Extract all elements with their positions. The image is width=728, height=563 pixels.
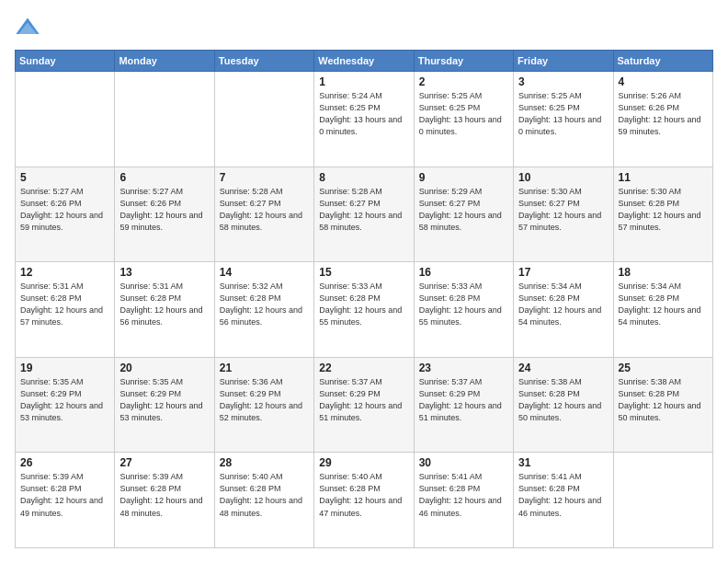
day-info: Sunrise: 5:33 AM Sunset: 6:28 PM Dayligh… (419, 281, 508, 328)
day-info: Sunrise: 5:31 AM Sunset: 6:28 PM Dayligh… (20, 281, 109, 328)
calendar-cell: 27Sunrise: 5:39 AM Sunset: 6:28 PM Dayli… (115, 453, 214, 548)
day-number: 10 (518, 171, 608, 184)
day-info: Sunrise: 5:41 AM Sunset: 6:28 PM Dayligh… (518, 471, 608, 519)
calendar-cell: 7Sunrise: 5:28 AM Sunset: 6:27 PM Daylig… (214, 167, 313, 262)
day-number: 22 (319, 362, 408, 374)
day-number: 8 (319, 171, 408, 184)
day-number: 3 (518, 75, 608, 88)
calendar-cell: 14Sunrise: 5:32 AM Sunset: 6:28 PM Dayli… (214, 262, 313, 358)
weekday-friday: Friday (514, 51, 613, 72)
day-info: Sunrise: 5:30 AM Sunset: 6:28 PM Dayligh… (619, 186, 708, 234)
day-info: Sunrise: 5:40 AM Sunset: 6:28 PM Dayligh… (220, 471, 309, 519)
calendar-cell: 11Sunrise: 5:30 AM Sunset: 6:28 PM Dayli… (613, 167, 712, 262)
day-number: 19 (20, 362, 109, 374)
day-info: Sunrise: 5:35 AM Sunset: 6:29 PM Dayligh… (119, 376, 209, 424)
weekday-monday: Monday (115, 51, 214, 72)
day-info: Sunrise: 5:33 AM Sunset: 6:28 PM Dayligh… (319, 281, 408, 328)
calendar-cell (613, 453, 712, 548)
calendar-header: SundayMondayTuesdayWednesdayThursdayFrid… (16, 51, 713, 72)
day-number: 16 (419, 266, 508, 279)
calendar-cell: 16Sunrise: 5:33 AM Sunset: 6:28 PM Dayli… (414, 262, 513, 358)
day-info: Sunrise: 5:30 AM Sunset: 6:27 PM Dayligh… (518, 186, 608, 234)
day-number: 2 (419, 75, 508, 88)
day-number: 7 (220, 171, 309, 184)
calendar-cell: 10Sunrise: 5:30 AM Sunset: 6:27 PM Dayli… (514, 167, 613, 262)
day-info: Sunrise: 5:37 AM Sunset: 6:29 PM Dayligh… (419, 376, 508, 424)
page: SundayMondayTuesdayWednesdayThursdayFrid… (0, 0, 728, 563)
day-number: 1 (319, 75, 408, 88)
day-info: Sunrise: 5:34 AM Sunset: 6:28 PM Dayligh… (518, 281, 608, 328)
day-info: Sunrise: 5:39 AM Sunset: 6:28 PM Dayligh… (119, 471, 209, 519)
weekday-thursday: Thursday (414, 51, 513, 72)
calendar-cell: 4Sunrise: 5:26 AM Sunset: 6:26 PM Daylig… (613, 72, 712, 167)
logo (15, 15, 44, 40)
calendar-cell: 8Sunrise: 5:28 AM Sunset: 6:27 PM Daylig… (314, 167, 414, 262)
day-info: Sunrise: 5:29 AM Sunset: 6:27 PM Dayligh… (419, 186, 508, 234)
day-number: 25 (619, 362, 708, 374)
day-number: 30 (419, 456, 508, 469)
calendar-cell: 21Sunrise: 5:36 AM Sunset: 6:29 PM Dayli… (214, 357, 313, 453)
day-number: 14 (220, 266, 309, 279)
calendar-cell: 30Sunrise: 5:41 AM Sunset: 6:28 PM Dayli… (414, 453, 513, 548)
calendar-cell: 19Sunrise: 5:35 AM Sunset: 6:29 PM Dayli… (16, 357, 115, 453)
calendar-cell: 6Sunrise: 5:27 AM Sunset: 6:26 PM Daylig… (115, 167, 214, 262)
day-number: 28 (220, 456, 309, 469)
day-info: Sunrise: 5:41 AM Sunset: 6:28 PM Dayligh… (419, 471, 508, 519)
calendar-table: SundayMondayTuesdayWednesdayThursdayFrid… (15, 50, 713, 548)
weekday-header-row: SundayMondayTuesdayWednesdayThursdayFrid… (16, 51, 713, 72)
calendar-cell: 20Sunrise: 5:35 AM Sunset: 6:29 PM Dayli… (115, 357, 214, 453)
calendar-week-2: 12Sunrise: 5:31 AM Sunset: 6:28 PM Dayli… (16, 262, 713, 358)
calendar-cell: 25Sunrise: 5:38 AM Sunset: 6:28 PM Dayli… (613, 357, 712, 453)
calendar-cell: 9Sunrise: 5:29 AM Sunset: 6:27 PM Daylig… (414, 167, 513, 262)
calendar-cell: 31Sunrise: 5:41 AM Sunset: 6:28 PM Dayli… (514, 453, 613, 548)
day-info: Sunrise: 5:38 AM Sunset: 6:28 PM Dayligh… (518, 376, 608, 424)
day-number: 26 (20, 456, 109, 469)
calendar-week-4: 26Sunrise: 5:39 AM Sunset: 6:28 PM Dayli… (16, 453, 713, 548)
calendar-cell: 13Sunrise: 5:31 AM Sunset: 6:28 PM Dayli… (115, 262, 214, 358)
day-info: Sunrise: 5:36 AM Sunset: 6:29 PM Dayligh… (220, 376, 309, 424)
calendar-cell: 5Sunrise: 5:27 AM Sunset: 6:26 PM Daylig… (16, 167, 115, 262)
day-number: 13 (119, 266, 209, 279)
calendar-cell: 3Sunrise: 5:25 AM Sunset: 6:25 PM Daylig… (514, 72, 613, 167)
calendar-cell: 24Sunrise: 5:38 AM Sunset: 6:28 PM Dayli… (514, 357, 613, 453)
calendar-cell: 1Sunrise: 5:24 AM Sunset: 6:25 PM Daylig… (314, 72, 414, 167)
calendar-cell: 18Sunrise: 5:34 AM Sunset: 6:28 PM Dayli… (613, 262, 712, 358)
calendar-cell: 17Sunrise: 5:34 AM Sunset: 6:28 PM Dayli… (514, 262, 613, 358)
calendar-cell: 15Sunrise: 5:33 AM Sunset: 6:28 PM Dayli… (314, 262, 414, 358)
day-number: 29 (319, 456, 408, 469)
calendar-cell: 29Sunrise: 5:40 AM Sunset: 6:28 PM Dayli… (314, 453, 414, 548)
logo-icon (15, 15, 40, 40)
calendar-cell (16, 72, 115, 167)
weekday-sunday: Sunday (16, 51, 115, 72)
day-info: Sunrise: 5:28 AM Sunset: 6:27 PM Dayligh… (319, 186, 408, 234)
weekday-tuesday: Tuesday (214, 51, 313, 72)
day-number: 17 (518, 266, 608, 279)
day-info: Sunrise: 5:37 AM Sunset: 6:29 PM Dayligh… (319, 376, 408, 424)
day-info: Sunrise: 5:35 AM Sunset: 6:29 PM Dayligh… (20, 376, 109, 424)
day-info: Sunrise: 5:32 AM Sunset: 6:28 PM Dayligh… (220, 281, 309, 328)
day-info: Sunrise: 5:31 AM Sunset: 6:28 PM Dayligh… (119, 281, 209, 328)
day-number: 20 (119, 362, 209, 374)
weekday-saturday: Saturday (613, 51, 712, 72)
day-info: Sunrise: 5:27 AM Sunset: 6:26 PM Dayligh… (20, 186, 109, 234)
calendar-cell (115, 72, 214, 167)
calendar-week-3: 19Sunrise: 5:35 AM Sunset: 6:29 PM Dayli… (16, 357, 713, 453)
calendar-week-0: 1Sunrise: 5:24 AM Sunset: 6:25 PM Daylig… (16, 72, 713, 167)
calendar-cell: 22Sunrise: 5:37 AM Sunset: 6:29 PM Dayli… (314, 357, 414, 453)
day-info: Sunrise: 5:38 AM Sunset: 6:28 PM Dayligh… (619, 376, 708, 424)
day-number: 6 (119, 171, 209, 184)
day-info: Sunrise: 5:25 AM Sunset: 6:25 PM Dayligh… (419, 90, 508, 138)
day-info: Sunrise: 5:34 AM Sunset: 6:28 PM Dayligh… (619, 281, 708, 328)
day-number: 31 (518, 456, 608, 469)
calendar-cell: 12Sunrise: 5:31 AM Sunset: 6:28 PM Dayli… (16, 262, 115, 358)
calendar-cell: 2Sunrise: 5:25 AM Sunset: 6:25 PM Daylig… (414, 72, 513, 167)
day-info: Sunrise: 5:26 AM Sunset: 6:26 PM Dayligh… (619, 90, 708, 138)
calendar-cell: 28Sunrise: 5:40 AM Sunset: 6:28 PM Dayli… (214, 453, 313, 548)
day-number: 21 (220, 362, 309, 374)
day-number: 4 (619, 75, 708, 88)
weekday-wednesday: Wednesday (314, 51, 414, 72)
day-number: 12 (20, 266, 109, 279)
day-info: Sunrise: 5:28 AM Sunset: 6:27 PM Dayligh… (220, 186, 309, 234)
calendar-cell: 26Sunrise: 5:39 AM Sunset: 6:28 PM Dayli… (16, 453, 115, 548)
day-info: Sunrise: 5:40 AM Sunset: 6:28 PM Dayligh… (319, 471, 408, 519)
